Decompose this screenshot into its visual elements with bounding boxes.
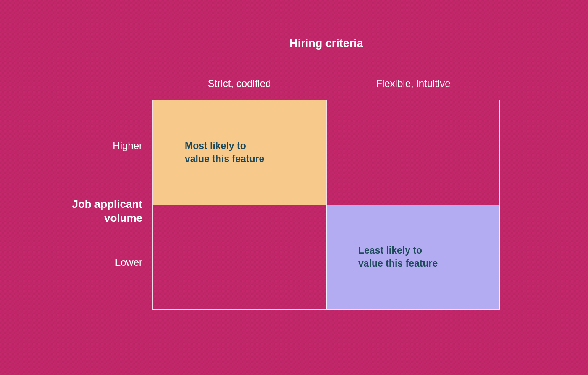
y-axis-title: Job applicant volume <box>63 197 142 225</box>
cell-line: value this feature <box>358 258 438 269</box>
x-axis-title: Hiring criteria <box>152 37 500 50</box>
quadrant-higher-flexible <box>326 100 500 205</box>
matrix-grid: Most likely to value this feature Least … <box>152 100 500 310</box>
row-header-bottom: Lower <box>63 257 142 268</box>
column-header-right: Flexible, intuitive <box>326 78 500 89</box>
quadrant-label-most-likely: Most likely to value this feature <box>185 139 264 165</box>
quadrant-lower-strict <box>153 205 326 310</box>
row-header-top: Higher <box>63 140 142 152</box>
quadrant-lower-flexible: Least likely to value this feature <box>326 205 500 310</box>
quadrant-label-least-likely: Least likely to value this feature <box>358 244 438 270</box>
column-header-left: Strict, codified <box>152 78 326 89</box>
cell-line: value this feature <box>185 153 264 164</box>
cell-line: Most likely to <box>185 140 246 151</box>
quadrant-higher-strict: Most likely to value this feature <box>153 100 326 205</box>
cell-line: Least likely to <box>358 245 422 256</box>
